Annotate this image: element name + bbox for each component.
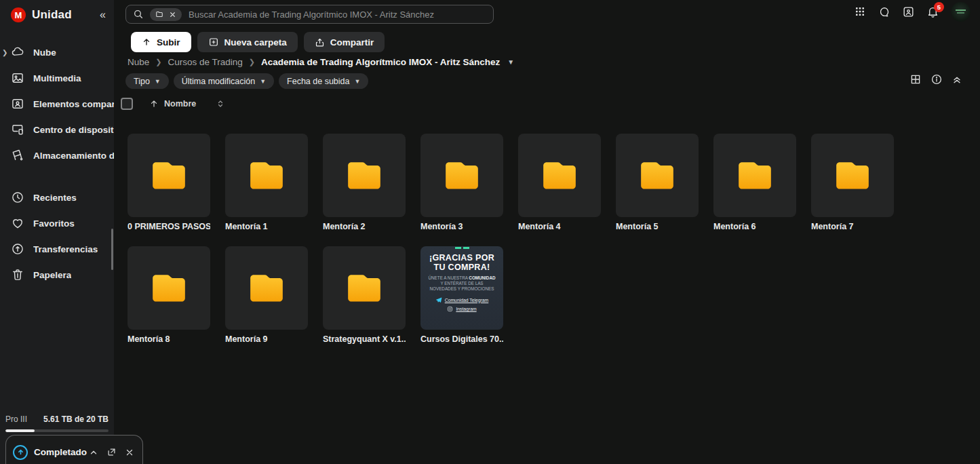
folder-tile[interactable] bbox=[420, 134, 503, 217]
file-name[interactable]: Mentoría 8 bbox=[128, 334, 210, 344]
sidebar-item-favoritos[interactable]: Favoritos bbox=[0, 210, 114, 236]
search-bar[interactable]: Buscar Academia de Trading Algorítmico I… bbox=[125, 5, 494, 24]
file-name[interactable]: Mentoría 6 bbox=[713, 222, 796, 231]
sidebar-item-label: Nube bbox=[33, 47, 56, 58]
sort-by-name[interactable]: Nombre bbox=[164, 99, 196, 109]
folder-tile[interactable] bbox=[811, 134, 894, 217]
file-cell: Mentoría 6 bbox=[713, 134, 796, 231]
sidebar-item-label: Almacenamiento de objetos bbox=[33, 151, 114, 161]
transfers-widget[interactable]: Completado bbox=[5, 435, 143, 464]
bucket-icon bbox=[11, 149, 24, 162]
file-name[interactable]: Mentoría 1 bbox=[225, 222, 308, 231]
file-name[interactable]: Mentoría 5 bbox=[616, 222, 699, 231]
image-icon bbox=[11, 71, 24, 85]
trash-icon bbox=[11, 268, 24, 282]
search-scope-chip[interactable] bbox=[150, 8, 182, 21]
folder-tile[interactable] bbox=[128, 246, 210, 330]
sort-ascending-icon[interactable] bbox=[149, 99, 159, 109]
expand-chevron-icon[interactable]: ❯ bbox=[2, 49, 7, 56]
search-input[interactable]: Buscar Academia de Trading Algorítmico I… bbox=[189, 9, 434, 20]
breadcrumb-nube[interactable]: Nube bbox=[128, 57, 149, 67]
file-name[interactable]: Mentoría 2 bbox=[323, 222, 406, 231]
transfers-popout-icon[interactable] bbox=[106, 447, 117, 457]
filter-modificacion-chip[interactable]: Última modificación▼ bbox=[174, 73, 274, 89]
select-all-checkbox[interactable] bbox=[121, 98, 133, 110]
share-button[interactable]: Compartir bbox=[304, 32, 385, 52]
clock-icon bbox=[11, 191, 24, 204]
plan-label: Pro III bbox=[5, 414, 27, 424]
search-icon bbox=[133, 9, 144, 20]
mega-logo-icon[interactable]: M bbox=[11, 7, 26, 22]
folder-icon bbox=[151, 273, 187, 303]
devices-icon bbox=[11, 123, 24, 136]
breadcrumb-menu-icon[interactable]: ▼ bbox=[507, 58, 514, 66]
sidebar-item-label: Centro de dispositivos bbox=[33, 125, 114, 135]
folder-tile[interactable] bbox=[713, 134, 796, 217]
folder-icon bbox=[151, 161, 187, 191]
file-name[interactable]: Cursos Digitales 70... bbox=[420, 334, 503, 344]
image-thumbnail-tile[interactable]: ¡GRACIAS POR TU COMPRA! ÚNETE A NUESTRA … bbox=[420, 246, 503, 330]
transfers-expand-icon[interactable] bbox=[89, 448, 98, 457]
file-cell: ¡GRACIAS POR TU COMPRA! ÚNETE A NUESTRA … bbox=[420, 246, 503, 344]
sidebar-item-multimedia[interactable]: Multimedia bbox=[0, 65, 114, 91]
avatar[interactable] bbox=[951, 2, 971, 22]
storage-progressbar-fill bbox=[5, 429, 35, 432]
sidebar-scrollbar[interactable] bbox=[111, 229, 113, 270]
sidebar-item-almacenamiento-de-objetos[interactable]: Almacenamiento de objetos bbox=[0, 142, 114, 168]
info-icon[interactable] bbox=[930, 73, 943, 85]
breadcrumb: Nube ❯ Cursos de Trading ❯ Academia de T… bbox=[128, 57, 514, 67]
chevron-down-icon: ▼ bbox=[260, 78, 266, 85]
file-cell: Mentoría 5 bbox=[616, 134, 699, 231]
sidebar-item-elementos-compartidos[interactable]: Elementos compartidos bbox=[0, 91, 114, 117]
cloud-icon bbox=[11, 45, 24, 59]
chat-icon[interactable] bbox=[878, 5, 890, 18]
folder-icon bbox=[249, 273, 284, 303]
file-cell: Strategyquant X v.1... bbox=[323, 246, 406, 344]
file-name[interactable]: Mentoría 9 bbox=[225, 334, 308, 344]
sidebar-item-papelera[interactable]: Papelera bbox=[0, 262, 114, 288]
folder-tile[interactable] bbox=[225, 246, 308, 330]
sidebar-item-label: Transferencias bbox=[33, 244, 98, 254]
sidebar-item-transferencias[interactable]: Transferencias bbox=[0, 236, 114, 262]
file-name[interactable]: Mentoría 3 bbox=[420, 222, 503, 231]
file-name[interactable]: Mentoría 4 bbox=[518, 222, 601, 231]
folder-tile[interactable] bbox=[128, 134, 210, 217]
folder-tile[interactable] bbox=[225, 134, 308, 217]
folder-icon bbox=[737, 161, 772, 191]
sidebar-item-nube[interactable]: ❯ Nube bbox=[0, 39, 114, 65]
new-folder-button[interactable]: Nueva carpeta bbox=[197, 32, 298, 52]
collapse-panel-icon[interactable] bbox=[952, 74, 962, 85]
notifications-bell-icon[interactable]: 5 bbox=[926, 5, 939, 18]
file-cell: 0 PRIMEROS PASOS bbox=[128, 134, 210, 231]
sort-toggle-icon[interactable] bbox=[216, 99, 224, 109]
filter-subida-chip[interactable]: Fecha de subida▼ bbox=[279, 73, 368, 89]
upload-complete-icon bbox=[13, 445, 28, 460]
file-name[interactable]: Mentoría 7 bbox=[811, 222, 894, 231]
sidebar-item-label: Multimedia bbox=[33, 73, 81, 83]
folder-tile[interactable] bbox=[518, 134, 601, 217]
folder-icon bbox=[640, 161, 675, 191]
contacts-icon[interactable] bbox=[902, 5, 915, 18]
folder-tile[interactable] bbox=[323, 246, 406, 330]
upload-button[interactable]: Subir bbox=[131, 32, 191, 52]
sidebar-item-label: Recientes bbox=[33, 193, 77, 203]
transfers-close-icon[interactable] bbox=[125, 448, 134, 457]
file-name[interactable]: Strategyquant X v.1... bbox=[323, 334, 406, 344]
breadcrumb-current: Academia de Trading Algorítmico IMOX - A… bbox=[261, 57, 500, 67]
filter-tipo-chip[interactable]: Tipo▼ bbox=[125, 73, 169, 89]
sidebar-item-recientes[interactable]: Recientes bbox=[0, 185, 114, 210]
sidebar-collapse-icon[interactable]: « bbox=[100, 9, 106, 21]
folder-tile[interactable] bbox=[323, 134, 406, 217]
sidebar-item-label: Papelera bbox=[33, 270, 71, 280]
file-cell: Mentoría 7 bbox=[811, 134, 894, 231]
grid-view-icon[interactable] bbox=[909, 73, 922, 85]
apps-grid-icon[interactable] bbox=[854, 5, 866, 18]
sidebar-item-centro-de-dispositivos[interactable]: Centro de dispositivos bbox=[0, 117, 114, 142]
clear-scope-icon[interactable] bbox=[169, 11, 176, 18]
breadcrumb-cursos[interactable]: Cursos de Trading bbox=[168, 57, 243, 67]
breadcrumb-separator-icon: ❯ bbox=[249, 58, 255, 66]
sidebar-nav: ❯ Nube Multimedia Elementos compartidos … bbox=[0, 39, 114, 288]
file-name[interactable]: 0 PRIMEROS PASOS bbox=[128, 222, 210, 231]
transfer-status: Completado bbox=[34, 447, 87, 457]
folder-tile[interactable] bbox=[616, 134, 699, 217]
